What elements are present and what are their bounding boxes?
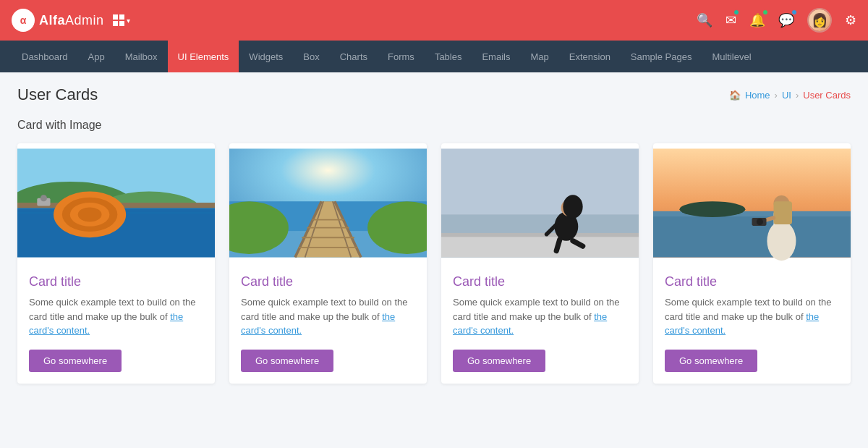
card-3-image: [441, 143, 639, 263]
notifications-button[interactable]: 🔔: [749, 12, 765, 28]
card-4-button[interactable]: Go somewhere: [665, 350, 757, 372]
bell-badge: [762, 9, 768, 15]
card-2-link[interactable]: the card's content.: [241, 311, 395, 337]
card-3-image-container: [441, 143, 639, 263]
card-4-image-container: [653, 143, 851, 263]
svg-rect-43: [774, 201, 792, 224]
breadcrumb-sep-1: ›: [775, 90, 778, 101]
svg-point-12: [41, 195, 47, 201]
breadcrumb-sep-2: ›: [796, 90, 799, 101]
svg-line-33: [556, 240, 560, 250]
nav-item-app[interactable]: App: [78, 41, 115, 72]
card-1-text: Some quick example text to build on the …: [29, 295, 203, 338]
search-icon: 🔍: [697, 12, 712, 28]
card-3: Card title Some quick example text to bu…: [441, 143, 639, 384]
breadcrumb-middle[interactable]: UI: [782, 90, 791, 101]
nav-item-extension[interactable]: Extension: [559, 41, 621, 72]
card-1-image-container: [17, 143, 215, 263]
gear-icon: ⚙: [845, 13, 856, 28]
svg-point-39: [679, 201, 745, 217]
mail-badge: [733, 9, 739, 15]
nav-item-tables[interactable]: Tables: [425, 41, 472, 72]
card-grid: Card title Some quick example text to bu…: [17, 143, 851, 384]
chevron-down-icon: ▾: [127, 17, 130, 25]
card-3-text: Some quick example text to build on the …: [453, 295, 627, 338]
logo-area: α AlfaAdmin: [12, 9, 104, 32]
card-2-text: Some quick example text to build on the …: [241, 295, 415, 338]
card-1-image: [17, 143, 215, 263]
nav-item-sample-pages[interactable]: Sample Pages: [621, 41, 702, 72]
bell-icon: 🔔: [749, 12, 765, 28]
logo-symbol: α: [20, 14, 27, 26]
svg-rect-37: [653, 211, 851, 258]
card-4-body: Card title Some quick example text to bu…: [653, 263, 851, 384]
card-2-image-container: [229, 143, 427, 263]
main-content: Card with Image: [0, 111, 868, 405]
mail-button[interactable]: ✉: [726, 12, 736, 28]
svg-point-32: [563, 195, 582, 219]
svg-rect-29: [441, 233, 639, 237]
nav-item-map[interactable]: Map: [520, 41, 558, 72]
card-2-body: Card title Some quick example text to bu…: [229, 263, 427, 384]
svg-point-10: [78, 207, 102, 221]
avatar[interactable]: 👩: [807, 8, 832, 33]
card-3-link[interactable]: the card's content.: [453, 311, 607, 337]
nav-item-ui-elements[interactable]: UI Elements: [168, 41, 239, 72]
nav-item-mailbox[interactable]: Mailbox: [115, 41, 168, 72]
grid-menu-button[interactable]: ▾: [113, 14, 130, 26]
card-1: Card title Some quick example text to bu…: [17, 143, 215, 384]
chat-badge: [791, 9, 797, 15]
nav-item-forms[interactable]: Forms: [378, 41, 425, 72]
card-1-button[interactable]: Go somewhere: [29, 350, 122, 372]
search-button[interactable]: 🔍: [697, 12, 712, 28]
chat-icon: 💬: [778, 12, 794, 28]
grid-icon: [113, 14, 124, 26]
nav-item-widgets[interactable]: Widgets: [239, 41, 293, 72]
card-4-text: Some quick example text to build on the …: [665, 295, 839, 338]
card-2: Card title Some quick example text to bu…: [229, 143, 427, 384]
logo-icon: α: [12, 9, 35, 32]
breadcrumb-home[interactable]: Home: [745, 90, 770, 101]
top-nav-left: α AlfaAdmin ▾: [12, 9, 130, 32]
card-4-link[interactable]: the card's content.: [665, 311, 819, 337]
card-2-image: [229, 143, 427, 263]
svg-rect-28: [441, 234, 639, 258]
card-2-title: Card title: [241, 274, 415, 289]
card-4-title: Card title: [665, 274, 839, 289]
chat-button[interactable]: 💬: [778, 12, 794, 28]
nav-item-charts[interactable]: Charts: [330, 41, 378, 72]
card-3-button[interactable]: Go somewhere: [453, 350, 545, 372]
breadcrumb: 🏠 Home › UI › User Cards: [729, 90, 851, 101]
page-header: User Cards 🏠 Home › UI › User Cards: [0, 72, 868, 111]
secondary-navigation: Dashboard App Mailbox UI Elements Widget…: [0, 41, 868, 72]
nav-item-dashboard[interactable]: Dashboard: [12, 41, 78, 72]
card-4: Card title Some quick example text to bu…: [653, 143, 851, 384]
breadcrumb-current: User Cards: [803, 90, 851, 101]
card-1-link[interactable]: the card's content.: [29, 311, 183, 337]
settings-button[interactable]: ⚙: [845, 12, 856, 28]
card-1-body: Card title Some quick example text to bu…: [17, 263, 215, 384]
svg-point-46: [757, 219, 763, 225]
card-3-body: Card title Some quick example text to bu…: [441, 263, 639, 384]
page-title: User Cards: [17, 85, 98, 104]
card-2-button[interactable]: Go somewhere: [241, 350, 333, 372]
logo-text: AlfaAdmin: [39, 13, 104, 28]
nav-item-box[interactable]: Box: [293, 41, 329, 72]
nav-item-emails[interactable]: Emails: [472, 41, 520, 72]
top-navigation: α AlfaAdmin ▾ 🔍 ✉ 🔔 💬: [0, 0, 868, 41]
home-icon: 🏠: [729, 90, 741, 101]
section-title-card-with-image: Card with Image: [17, 119, 851, 132]
nav-item-multilevel[interactable]: Multilevel: [702, 41, 761, 72]
top-nav-right: 🔍 ✉ 🔔 💬 👩 ⚙: [697, 8, 856, 33]
card-4-image: [653, 143, 851, 263]
avatar-image: 👩: [809, 9, 830, 31]
card-1-title: Card title: [29, 274, 203, 289]
card-3-title: Card title: [453, 274, 627, 289]
